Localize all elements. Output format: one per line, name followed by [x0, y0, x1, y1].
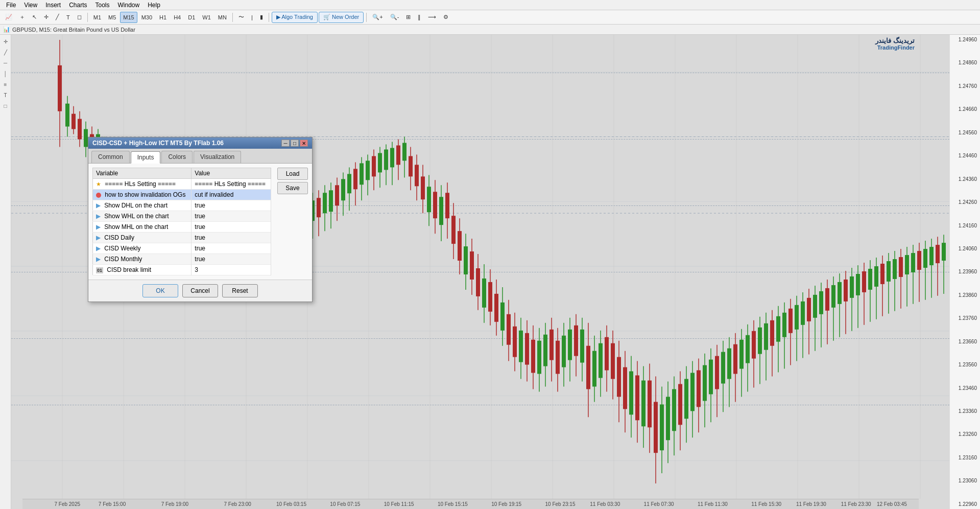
arrow-icon: ▶: [96, 202, 101, 209]
save-button[interactable]: Save: [277, 182, 308, 194]
tab-inputs[interactable]: Inputs: [131, 151, 161, 164]
chart-symbol: GBPUSD, M15:: [12, 27, 52, 33]
toolbar-pointer[interactable]: ↖: [29, 12, 40, 23]
menu-view[interactable]: View: [20, 1, 41, 10]
content-area: Variable Value ★ ===== HLs Setting =====: [92, 168, 308, 275]
tf-m5[interactable]: M5: [105, 12, 119, 23]
row-variable: CISD Weekly: [104, 245, 140, 252]
table-cell-val: true: [192, 254, 271, 265]
tf-m1[interactable]: M1: [90, 12, 104, 23]
tab-common[interactable]: Common: [91, 151, 130, 163]
toolbar-shapes[interactable]: ◻: [74, 12, 85, 23]
menu-file[interactable]: File: [2, 1, 20, 10]
chart-type-bar[interactable]: |: [248, 12, 256, 23]
modal-overlay: CISD-CSD + High-Low ICT MT5 By TFlab 1.0…: [11, 35, 949, 509]
price-level: 1.24160: [951, 223, 979, 228]
arrow-icon: ▶: [96, 223, 101, 230]
chart-info-bar: 📊 GBPUSD, M15: Great Britain Pound vs US…: [0, 25, 980, 35]
row-variable: CISD Monthly: [104, 256, 142, 263]
price-level: 1.24360: [951, 176, 979, 182]
table-cell-var: 01 CISD break limit: [93, 265, 192, 275]
side-buttons-area: Load Save: [277, 168, 308, 275]
row-variable: how to show invalidation OGs: [105, 191, 185, 198]
reset-button[interactable]: Reset: [222, 284, 258, 297]
table-row: 01 CISD break limit 3: [93, 265, 271, 275]
left-vline[interactable]: │: [1, 69, 10, 78]
left-fib[interactable]: ≡: [1, 80, 10, 89]
price-level: 1.24660: [951, 106, 979, 112]
table-cell-val: true: [192, 243, 271, 254]
tab-colors[interactable]: Colors: [161, 151, 193, 163]
chart-type-candle[interactable]: ▮: [257, 12, 266, 23]
toolbar-text[interactable]: T: [63, 12, 73, 23]
separator-3: [269, 13, 269, 22]
dialog-footer: OK Cancel Reset: [88, 280, 312, 302]
auto-scroll-btn[interactable]: ⟶: [425, 12, 439, 23]
row-variable: CISD Daily: [104, 234, 134, 241]
menu-insert[interactable]: Insert: [41, 1, 65, 10]
tf-m15[interactable]: M15: [120, 12, 137, 23]
row-variable: Show DHL on the chart: [104, 202, 168, 209]
toolbar-line[interactable]: ╱: [53, 12, 62, 23]
chart-type-line[interactable]: 〜: [235, 12, 247, 23]
grid-btn[interactable]: ⊞: [403, 12, 414, 23]
table-cell-val: true: [192, 222, 271, 233]
tab-visualization[interactable]: Visualization: [194, 151, 241, 163]
price-axis: 1.24960 1.24860 1.24760 1.24660 1.24560 …: [949, 35, 980, 509]
menu-window[interactable]: Window: [114, 1, 144, 10]
row-variable: CISD break limit: [107, 266, 151, 273]
zoom-in-btn[interactable]: 🔍+: [369, 12, 386, 23]
left-line[interactable]: ╱: [1, 48, 10, 57]
left-crosshair[interactable]: ✛: [1, 37, 10, 46]
ok-button[interactable]: OK: [142, 284, 178, 297]
minimize-button[interactable]: ─: [281, 140, 290, 147]
tf-d1[interactable]: D1: [185, 12, 198, 23]
period-sep-btn[interactable]: ‖: [415, 12, 424, 23]
col-variable: Variable: [93, 168, 192, 179]
price-level: 1.23760: [951, 315, 979, 321]
circle-icon: [96, 193, 101, 198]
price-level: 1.24960: [951, 37, 979, 42]
dialog-content: Variable Value ★ ===== HLs Setting =====: [88, 164, 312, 280]
price-level: 1.23460: [951, 385, 979, 391]
close-button[interactable]: ✕: [300, 140, 308, 147]
dialog-titlebar: CISD-CSD + High-Low ICT MT5 By TFlab 1.0…: [88, 137, 312, 149]
price-level: 1.23660: [951, 339, 979, 344]
algo-trading-btn[interactable]: ▶ Algo Trading: [272, 12, 318, 23]
titlebar-controls: ─ □ ✕: [281, 140, 308, 147]
separator-2: [232, 13, 233, 22]
menu-bar: File View Insert Charts Tools Window Hel…: [0, 0, 980, 10]
load-button[interactable]: Load: [277, 168, 308, 180]
tf-h4[interactable]: H4: [171, 12, 184, 23]
tf-mn[interactable]: MN: [215, 12, 230, 23]
price-level: 1.24260: [951, 199, 979, 205]
menu-tools[interactable]: Tools: [91, 1, 114, 10]
cancel-button[interactable]: Cancel: [182, 284, 218, 297]
toolbar-add[interactable]: ＋: [16, 12, 28, 23]
table-cell-var: ▶ Show MHL on the chart: [93, 222, 192, 233]
left-hline[interactable]: ─: [1, 58, 10, 67]
arrow-icon: ▶: [96, 234, 101, 241]
left-rect[interactable]: □: [1, 101, 10, 110]
new-order-btn[interactable]: 🛒 New Order: [319, 12, 364, 23]
star-icon: ★: [96, 181, 101, 187]
main-area: ✛ ╱ ─ │ ≡ T □: [0, 35, 980, 509]
arrow-icon: ▶: [96, 245, 101, 252]
maximize-button[interactable]: □: [291, 140, 299, 147]
separator-1: [87, 13, 88, 22]
properties-btn[interactable]: ⚙: [440, 12, 451, 23]
menu-charts[interactable]: Charts: [65, 1, 91, 10]
arrow-icon: ▶: [96, 213, 101, 220]
zoom-out-btn[interactable]: 🔍-: [387, 12, 402, 23]
toolbar: 📈 ＋ ↖ ✛ ╱ T ◻ M1 M5 M15 M30 H1 H4 D1 W1 …: [0, 10, 980, 25]
tf-h1[interactable]: H1: [156, 12, 170, 23]
menu-help[interactable]: Help: [144, 1, 164, 10]
row-variable: Show WHL on the chart: [104, 213, 169, 220]
tf-m30[interactable]: M30: [138, 12, 155, 23]
table-row: ▶ CISD Monthly true: [93, 254, 271, 265]
tf-w1[interactable]: W1: [199, 12, 214, 23]
left-text[interactable]: T: [1, 90, 10, 100]
toolbar-new-chart[interactable]: 📈: [2, 12, 15, 23]
price-level: 1.24560: [951, 130, 979, 135]
toolbar-crosshair[interactable]: ✛: [41, 12, 52, 23]
